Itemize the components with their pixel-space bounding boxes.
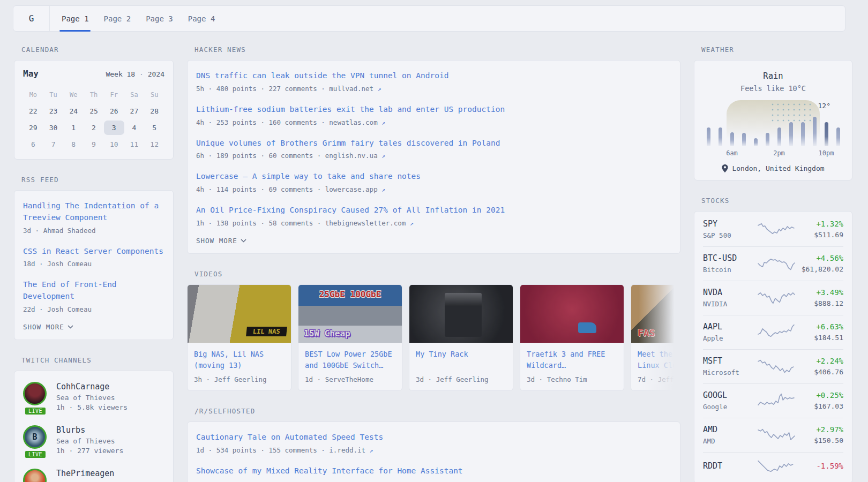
twitch-channel-name[interactable]: CohhCarnage [56,382,128,391]
stock-change: +0.25% [800,391,843,400]
video-title[interactable]: Big NAS, Lil NAS (moving 13) [194,349,285,371]
twitch-channel-name[interactable]: Blurbs [56,425,123,435]
weather-chart: 12° 6am 2pm 10pm [707,100,840,146]
left-column: CALENDAR May Week 18 · 2024 MoTuWeThFrSa… [14,46,174,482]
hn-item-title[interactable]: Lowercase – A simple way to take and sha… [196,171,671,183]
hn-item: Unique volumes of Brothers Grimm fairy t… [196,138,671,160]
video-card[interactable]: My Tiny Rack 3d · Jeff Geerling [409,284,513,391]
hn-item: Lithium-free sodium batteries exit the l… [196,104,671,126]
video-thumbnail[interactable]: 25GbE 100GbE 15W Cheap [298,285,402,343]
calendar-day-header: Th [84,87,104,102]
weather-widget: WEATHER Rain Feels like 10°C 12° 6am 2pm… [694,46,852,180]
hn-item-meta: 4h · 114 points · 69 comments · lowercas… [196,185,671,193]
rss-card: Handling The Indentation of a Treeview C… [14,190,174,340]
stock-row[interactable]: RDDT -1.59% [703,452,843,482]
tab-page-3[interactable]: Page 3 [146,6,173,31]
twitch-channel-row[interactable]: B LIVE Blurbs Sea of Thieves 1h · 277 vi… [23,425,164,455]
video-meta: 3h · Jeff Geerling [194,375,285,383]
tab-page-4[interactable]: Page 4 [188,6,215,31]
stock-sparkline [758,459,796,475]
stock-row[interactable]: MSFTMicrosoft +2.24%$406.76 [703,349,843,383]
rss-item-title[interactable]: Handling The Indentation of a Treeview C… [23,200,164,224]
stock-row[interactable]: GOOGLGoogle +0.25%$167.03 [703,383,843,418]
video-card[interactable]: FAS Meet the ne Linux Clust 7d · Jeff Ge [631,284,680,391]
external-link-icon[interactable]: ↗ [381,186,385,193]
video-card[interactable]: LIL NAS Big NAS, Lil NAS (moving 13) 3h … [187,284,291,391]
video-thumbnail[interactable] [520,285,624,343]
stock-row[interactable]: SPYS&P 500 +1.32%$511.69 [703,213,843,246]
video-thumbnail[interactable]: FAS [631,285,680,343]
rss-item-meta: 18d · Josh Comeau [23,260,164,268]
calendar-month: May [23,69,39,79]
reddit-item-title[interactable]: Cautionary Tale on Automated Speed Tests [196,432,671,443]
app-logo[interactable]: G [13,6,50,31]
video-title[interactable]: Traefik 3 and FREE Wildcard… [527,349,617,371]
twitch-channel-row[interactable]: LIVE CohhCarnage Sea of Thieves 1h · 5.8… [23,382,164,411]
calendar-day: 11 [124,137,145,152]
videos-section-title: VIDEOS [194,270,673,278]
calendar-day: 23 [43,104,64,118]
video-thumbnail[interactable] [409,285,513,343]
stock-row[interactable]: AMDAMD +2.97%$150.50 [703,418,843,452]
rss-item-title[interactable]: CSS in React Server Components [23,246,164,258]
calendar-day: 10 [104,137,124,152]
calendar-day-header: We [63,87,84,102]
video-meta: 1d · ServeTheHome [305,375,395,383]
reddit-item-title[interactable]: Showcase of my Mixed Reality Interface f… [196,465,671,477]
stock-symbol: SPY [703,219,753,229]
hn-item-meta: 6h · 189 points · 60 comments · english.… [196,152,671,160]
video-title[interactable]: Meet the ne Linux Clust [638,349,680,371]
rss-item-title[interactable]: The End of Front-End Development [23,279,164,303]
chevron-down-icon [68,325,73,329]
thumbnail-text: LIL NAS [246,327,287,336]
stock-row[interactable]: NVDANVIDIA +3.49%$888.12 [703,281,843,315]
weather-high-temp-label: 12° [818,102,830,110]
twitch-channel-row[interactable]: ThePrimeagen [23,469,164,482]
stock-row[interactable]: BTC-USDBitcoin +4.56%$61,820.02 [703,246,843,281]
twitch-channel-name[interactable]: ThePrimeagen [56,469,114,478]
stock-symbol: AAPL [703,322,753,332]
video-title[interactable]: My Tiny Rack [416,349,506,371]
video-thumbnail[interactable]: LIL NAS [188,285,291,343]
hacker-news-card: DNS traffic can leak outside the VPN tun… [187,60,680,254]
external-link-icon[interactable]: ↗ [410,220,414,227]
video-title[interactable]: BEST Low Power 25GbE and 100GbE Switch… [305,349,395,371]
hn-item-title[interactable]: Lithium-free sodium batteries exit the l… [196,104,671,116]
hn-item-title[interactable]: Unique volumes of Brothers Grimm fairy t… [196,138,671,149]
weather-location: London, United Kingdom [703,164,843,172]
calendar-day-header: Mo [23,87,43,102]
weather-section-title: WEATHER [701,46,845,54]
weather-tick: 10pm [819,149,834,157]
external-link-icon[interactable]: ↗ [381,152,385,160]
stock-name: AMD [703,437,753,445]
hn-item-meta: 1h · 138 points · 58 comments · thebigne… [196,219,671,227]
stock-sparkline [758,393,796,409]
stock-change: +1.32% [800,220,843,228]
weather-bar [777,127,781,146]
app-logo-letter: G [29,13,34,24]
calendar-day: 4 [124,120,145,135]
stock-name: Apple [703,334,753,342]
video-card[interactable]: Traefik 3 and FREE Wildcard… 3d · Techno… [520,284,624,391]
stock-name: Google [703,403,753,411]
show-more-button[interactable]: SHOW MORE [196,237,246,245]
show-more-button[interactable]: SHOW MORE [23,323,73,331]
external-link-icon[interactable]: ↗ [370,447,373,454]
stock-row[interactable]: AAPLApple +6.63%$184.51 [703,315,843,349]
stocks-section-title: STOCKS [701,197,845,205]
weather-bar [719,127,722,146]
stock-symbol: NVDA [703,288,753,297]
video-card[interactable]: 25GbE 100GbE 15W Cheap BEST Low Power 25… [298,284,402,391]
tab-page-2[interactable]: Page 2 [104,6,131,31]
tab-page-1[interactable]: Page 1 [62,6,89,31]
external-link-icon[interactable]: ↗ [378,85,381,93]
weather-bar [813,117,817,146]
reddit-item: Showcase of my Mixed Reality Interface f… [196,465,671,477]
external-link-icon[interactable]: ↗ [381,119,385,126]
weather-bar [730,132,734,146]
stock-name: Bitcoin [703,266,753,274]
hn-item-title[interactable]: An Oil Price-Fixing Conspiracy Caused 27… [196,205,671,216]
stock-name: S&P 500 [703,231,753,239]
weather-bar [766,133,769,146]
hn-item-title[interactable]: DNS traffic can leak outside the VPN tun… [196,70,671,82]
